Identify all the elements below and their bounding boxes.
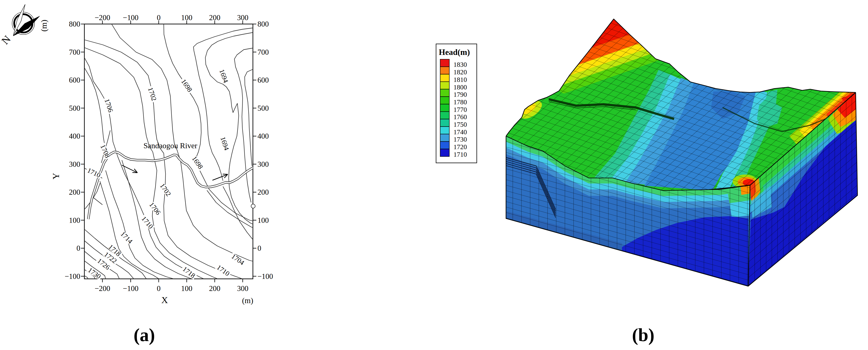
svg-text:1730: 1730 [454, 136, 467, 143]
svg-text:(b): (b) [632, 325, 654, 345]
svg-text:−100: −100 [123, 13, 138, 22]
svg-text:(m): (m) [39, 20, 49, 32]
svg-text:0: 0 [257, 244, 261, 252]
svg-text:1710: 1710 [454, 151, 467, 158]
svg-text:800: 800 [69, 20, 81, 28]
svg-text:100: 100 [69, 216, 81, 225]
svg-text:−200: −200 [95, 13, 110, 22]
svg-text:200: 200 [257, 188, 269, 196]
svg-text:Head(m): Head(m) [439, 48, 470, 57]
svg-text:600: 600 [257, 76, 269, 84]
svg-text:100: 100 [181, 13, 192, 22]
svg-text:300: 300 [237, 284, 249, 293]
svg-text:700: 700 [69, 48, 81, 56]
svg-text:700: 700 [257, 48, 269, 56]
svg-text:600: 600 [69, 76, 81, 84]
svg-text:−100: −100 [123, 284, 138, 293]
svg-text:Sandaogou River: Sandaogou River [143, 141, 197, 150]
svg-text:200: 200 [209, 284, 220, 293]
svg-text:−100: −100 [257, 272, 273, 281]
svg-text:1780: 1780 [454, 98, 467, 106]
svg-text:−200: −200 [95, 284, 110, 293]
svg-text:1810: 1810 [454, 76, 467, 83]
svg-text:(a): (a) [133, 325, 155, 345]
svg-text:1830: 1830 [454, 61, 467, 68]
svg-text:400: 400 [257, 132, 269, 140]
svg-text:300: 300 [69, 160, 81, 168]
svg-text:Y: Y [51, 173, 61, 180]
svg-text:1720: 1720 [454, 143, 467, 150]
svg-text:200: 200 [209, 13, 220, 22]
svg-text:1770: 1770 [454, 106, 467, 113]
svg-text:0: 0 [76, 244, 81, 252]
svg-text:800: 800 [257, 20, 269, 28]
svg-text:0: 0 [157, 284, 161, 293]
svg-text:300: 300 [237, 13, 249, 22]
svg-text:X: X [161, 295, 168, 305]
svg-text:500: 500 [257, 104, 269, 112]
svg-text:1760: 1760 [454, 113, 467, 121]
svg-text:(m): (m) [242, 296, 253, 305]
svg-text:500: 500 [69, 104, 81, 112]
svg-text:300: 300 [257, 160, 269, 168]
svg-text:100: 100 [181, 284, 192, 293]
svg-text:1820: 1820 [454, 68, 467, 76]
svg-text:100: 100 [257, 216, 269, 225]
svg-text:1750: 1750 [454, 121, 467, 128]
svg-text:200: 200 [69, 188, 81, 196]
svg-text:−100: −100 [65, 272, 80, 281]
svg-text:1800: 1800 [454, 84, 467, 91]
svg-text:1790: 1790 [454, 91, 467, 98]
svg-text:1740: 1740 [454, 128, 467, 136]
svg-text:0: 0 [157, 13, 161, 22]
svg-text:400: 400 [69, 132, 81, 140]
